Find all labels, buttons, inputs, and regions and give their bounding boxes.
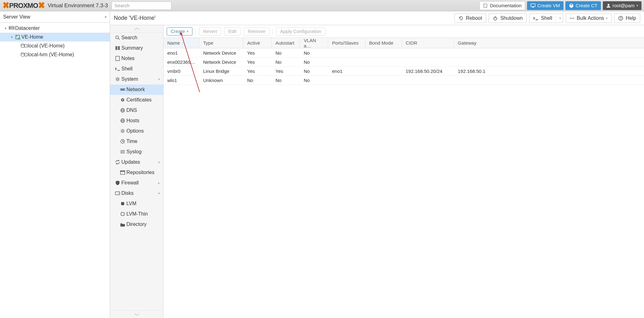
nav-repositories[interactable]: Repositories [110,167,163,178]
reboot-button[interactable]: Reboot [454,14,486,23]
table-row[interactable]: enx002369…Network DeviceYesNoNo [164,58,644,67]
cell-autostart: No [272,59,300,65]
clock-icon [119,139,126,144]
node-header: Node 'VE-Home' Reboot Shutdown Shell [110,11,644,25]
svg-point-33 [122,130,124,132]
tree-storage-local[interactable]: local (VE-Home) [0,41,110,50]
nav-label: Updates [121,159,140,165]
svg-point-38 [119,193,119,194]
user-menu-button[interactable]: root@pam ▾ [603,1,641,10]
cell-active: No [243,78,272,83]
scroll-up-icon[interactable] [110,25,163,33]
svg-rect-40 [121,212,124,216]
nav-syslog[interactable]: Syslog [110,147,163,157]
nav-hosts[interactable]: Hosts [110,116,163,126]
col-bond[interactable]: Bond Mode [365,38,402,48]
top-toolbar: ✖ PROXMO ✖ Virtual Environment 7.3-3 Sea… [0,0,644,11]
svg-point-16 [570,18,571,19]
cell-active: Yes [243,59,272,65]
globe-icon [119,108,126,113]
tree-node-ve-home[interactable]: ▾ VE-Home [0,33,110,41]
book-icon [483,3,488,8]
help-button[interactable]: ? Help [614,14,640,23]
nav-label: LVM-Thin [126,211,148,217]
nav-summary[interactable]: Summary [110,43,163,53]
col-label: VLAN a… [304,38,324,48]
nav-directory[interactable]: Directory [110,219,163,230]
table-row[interactable]: eno1Network DeviceYesNoNo [164,48,644,58]
nav-label: Certificates [126,97,152,103]
nav-shell[interactable]: Shell [110,64,163,74]
cell-active: Yes [243,50,272,56]
list-icon [119,150,126,154]
proxmox-logo: ✖ PROXMO ✖ [3,1,45,10]
network-content: Create ▾ Revert Edit Remove Apply Config… [164,25,644,318]
create-ct-button[interactable]: Create CT [565,1,601,10]
create-button[interactable]: Create ▾ [167,27,192,36]
revert-button[interactable]: Revert [199,27,221,36]
shutdown-button[interactable]: Shutdown [489,14,527,23]
col-autostart[interactable]: Autostart [272,38,300,48]
col-gateway[interactable]: Gateway [454,38,644,48]
chevron-down-icon: ▾ [606,16,608,20]
table-row[interactable]: vmbr0Linux BridgeYesYesNoeno1192.168.50.… [164,67,644,76]
col-label: Active [247,40,260,46]
nav-notes[interactable]: Notes [110,53,163,64]
search-icon [114,35,121,40]
expand-icon: ▾ [9,35,14,39]
tree-storage-local-lvm[interactable]: local-lvm (VE-Home) [0,50,110,59]
nav-dns[interactable]: DNS [110,105,163,116]
nav-firewall[interactable]: Firewall▸ [110,178,163,188]
nav-network[interactable]: Network [110,85,163,95]
tree-datacenter[interactable]: ▾ Datacenter [0,24,110,33]
view-selector[interactable]: Server View ▾ [0,11,110,23]
nav-label: Disks [121,190,134,196]
nav-system[interactable]: System▾ [110,74,163,85]
nav-label: Options [126,128,144,134]
monitor-icon [530,3,536,8]
cell-name: vmbr0 [164,69,199,74]
nav-label: Syslog [126,149,142,155]
help-label: Help [626,15,636,21]
shell-button[interactable]: Shell ▾ [529,14,563,23]
col-type[interactable]: Type [199,38,243,48]
bulk-actions-button[interactable]: Bulk Actions ▾ [566,14,612,23]
chevron-down-icon[interactable]: ▾ [559,16,561,20]
cell-name: enx002369… [164,59,199,65]
box-icon [119,170,126,175]
nav-certificates[interactable]: Certificates [110,95,163,105]
remove-label: Remove [248,29,265,34]
col-vlan[interactable]: VLAN a… [300,38,328,48]
col-label: CIDR [406,40,417,46]
remove-button[interactable]: Remove [244,27,269,36]
scroll-down-icon[interactable] [110,310,163,318]
col-name[interactable]: Name↑ [164,38,199,48]
gear-icon [119,129,126,134]
svg-rect-39 [121,202,124,205]
cell-ports: eno1 [328,69,365,74]
cell-autostart: No [272,78,300,83]
tree-label: local-lvm (VE-Home) [28,52,74,58]
nav-updates[interactable]: Updates▾ [110,157,163,167]
nav-lvm-thin[interactable]: LVM-Thin [110,209,163,219]
col-label: Autostart [275,40,294,46]
nav-disks[interactable]: Disks▾ [110,188,163,199]
certificate-icon [119,97,126,102]
create-vm-button[interactable]: Create VM [527,1,564,10]
create-label: Create [171,29,185,34]
col-ports[interactable]: Ports/Slaves [328,38,365,48]
col-cidr[interactable]: CIDR [402,38,454,48]
resource-tree-panel: Server View ▾ ▾ Datacenter ▾ VE-Home [0,11,110,318]
chevron-right-icon: ▸ [158,181,160,185]
table-row[interactable]: wlo1UnknownNoNoNo [164,76,644,85]
cell-vlan: No [300,59,328,65]
apply-config-button[interactable]: Apply Configuration [276,27,325,36]
edit-button[interactable]: Edit [224,27,241,36]
nav-time[interactable]: Time [110,136,163,147]
documentation-button[interactable]: Documentation [480,1,525,10]
col-active[interactable]: Active [243,38,272,48]
nav-lvm[interactable]: LVM [110,199,163,209]
global-search-input[interactable]: Search [112,2,171,10]
nav-options[interactable]: Options [110,126,163,136]
nav-search[interactable]: Search [110,33,163,43]
